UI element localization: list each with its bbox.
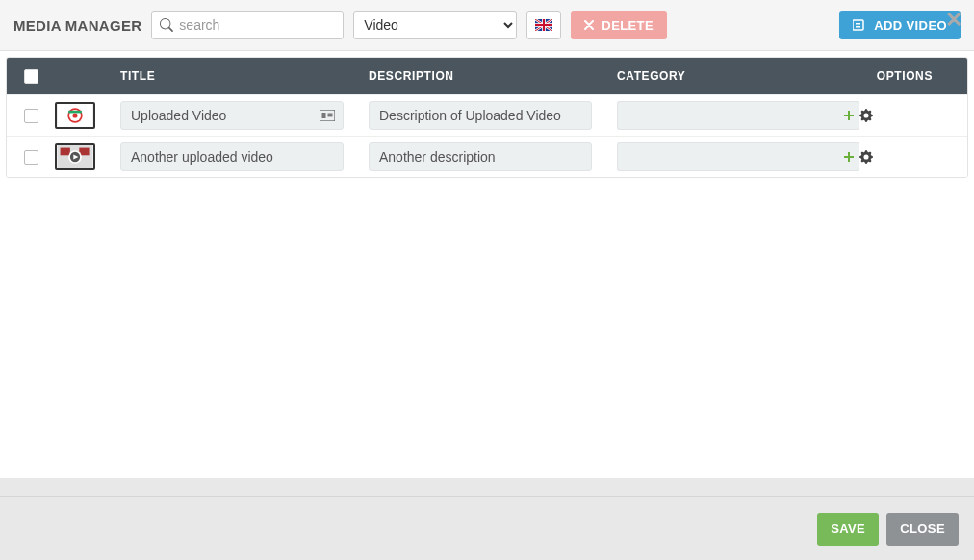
uk-flag-icon	[535, 19, 552, 31]
row-cat-cell	[607, 142, 859, 171]
save-button-label: SAVE	[831, 522, 865, 536]
description-input[interactable]: Description of Uploaded Video	[369, 101, 592, 130]
svg-point-12	[72, 113, 77, 117]
media-table: TITLE DESCRIPTION CATEGORY OPTIONS	[6, 57, 968, 178]
row-options-button[interactable]	[859, 150, 946, 164]
add-video-button-label: ADD VIDEO	[874, 18, 947, 33]
row-title-cell: Uploaded Video	[113, 101, 359, 130]
svg-rect-4	[535, 24, 552, 26]
plus-icon	[843, 151, 855, 163]
header-title: TITLE	[113, 69, 359, 83]
modal-footer: SAVE CLOSE	[0, 496, 974, 560]
plus-icon	[843, 110, 855, 121]
header-checkbox-cell	[7, 69, 55, 84]
card-icon	[320, 110, 335, 121]
header-options: OPTIONS	[859, 69, 967, 83]
svg-rect-6	[856, 23, 860, 25]
row-checkbox[interactable]	[24, 150, 38, 165]
table-row: Another uploaded video Another descripti…	[7, 136, 967, 177]
video-thumbnail[interactable]	[55, 143, 113, 170]
add-category-button[interactable]	[838, 101, 859, 130]
description-text: Another description	[379, 149, 496, 165]
close-button[interactable]: CLOSE	[886, 513, 959, 546]
category-input-group	[617, 101, 859, 130]
row-desc-cell: Another description	[359, 142, 607, 171]
svg-rect-14	[322, 113, 326, 118]
search-icon	[160, 18, 173, 32]
row-cat-cell	[607, 101, 859, 130]
title-input[interactable]: Another uploaded video	[120, 142, 344, 171]
svg-rect-15	[328, 114, 333, 115]
category-input[interactable]	[617, 101, 838, 130]
header-category: CATEGORY	[607, 69, 859, 83]
add-video-button[interactable]: ADD VIDEO	[839, 11, 961, 39]
delete-button[interactable]: DELETE	[571, 11, 667, 39]
table-header: TITLE DESCRIPTION CATEGORY OPTIONS	[7, 58, 967, 94]
row-checkbox[interactable]	[24, 109, 38, 123]
title-text: Another uploaded video	[131, 149, 273, 165]
category-input-group	[617, 142, 859, 171]
video-thumbnail[interactable]	[55, 102, 113, 129]
description-input[interactable]: Another description	[369, 142, 592, 171]
media-manager-modal: MEDIA MANAGER Video	[0, 0, 974, 478]
header-description: DESCRIPTION	[359, 69, 607, 83]
modal-header: MEDIA MANAGER Video	[0, 0, 974, 51]
language-flag-button[interactable]	[526, 11, 561, 39]
row-checkbox-cell	[7, 150, 55, 165]
search-field-wrap[interactable]	[151, 11, 344, 39]
svg-rect-13	[320, 110, 335, 121]
svg-rect-7	[856, 26, 860, 28]
row-thumb-cell	[55, 143, 113, 170]
svg-rect-26	[844, 156, 854, 158]
svg-rect-11	[68, 111, 82, 114]
gear-icon	[859, 109, 946, 122]
close-modal-button[interactable]: ✕	[945, 8, 962, 33]
row-options-cell	[859, 150, 967, 164]
svg-rect-18	[844, 115, 854, 116]
row-desc-cell: Description of Uploaded Video	[359, 101, 607, 130]
close-button-label: CLOSE	[900, 522, 945, 536]
row-options-button[interactable]	[859, 109, 946, 122]
title-text: Uploaded Video	[131, 108, 226, 123]
modal-title: MEDIA MANAGER	[13, 17, 141, 34]
media-type-select[interactable]: Video	[353, 11, 517, 39]
select-all-checkbox[interactable]	[24, 69, 38, 84]
close-icon	[584, 20, 594, 30]
modal-content: TITLE DESCRIPTION CATEGORY OPTIONS	[0, 51, 974, 478]
svg-rect-20	[61, 148, 70, 156]
delete-button-label: DELETE	[602, 18, 654, 33]
search-input[interactable]	[179, 17, 335, 33]
row-thumb-cell	[55, 102, 113, 129]
add-category-button[interactable]	[838, 142, 859, 171]
title-input[interactable]: Uploaded Video	[120, 101, 344, 130]
row-options-cell	[859, 109, 967, 122]
table-row: Uploaded Video Descripti	[7, 94, 967, 136]
category-input[interactable]	[617, 142, 838, 171]
description-text: Description of Uploaded Video	[379, 108, 561, 123]
row-checkbox-cell	[7, 109, 55, 123]
row-title-cell: Another uploaded video	[113, 142, 359, 171]
save-button[interactable]: SAVE	[817, 513, 879, 546]
svg-rect-5	[853, 20, 863, 30]
gear-icon	[859, 150, 946, 164]
svg-rect-16	[328, 115, 333, 116]
video-plus-icon	[853, 19, 866, 31]
